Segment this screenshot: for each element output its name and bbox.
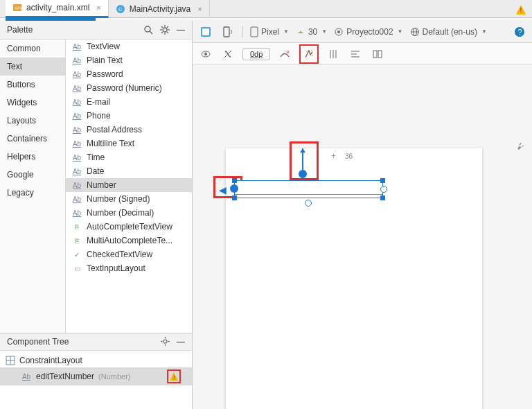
clear-constraints-icon[interactable]: × xyxy=(277,46,292,62)
svg-line-5 xyxy=(150,31,152,34)
svg-point-4 xyxy=(145,26,150,32)
palette-widget[interactable]: AbMultiline Text xyxy=(66,137,192,150)
palette-category[interactable]: Layouts xyxy=(0,112,65,130)
widget-icon: Ab xyxy=(71,168,82,175)
search-icon[interactable] xyxy=(143,25,153,35)
svg-rect-52 xyxy=(378,51,382,58)
chevron-down-icon: ▼ xyxy=(283,28,289,35)
widget-label: Number xyxy=(87,180,116,190)
android-icon xyxy=(296,27,305,37)
palette-widget[interactable]: AbPassword (Numeric) xyxy=(66,81,192,95)
tree-node-root[interactable]: ConstraintLayout xyxy=(0,354,192,367)
palette-category[interactable]: Legacy xyxy=(0,184,65,202)
svg-text:!: ! xyxy=(173,374,175,381)
infer-constraints-icon[interactable] xyxy=(301,46,317,62)
device-selector[interactable]: Pixel ▼ xyxy=(250,26,289,37)
widget-label: Password xyxy=(87,69,123,79)
palette-widget[interactable]: ▭TextInputLayout xyxy=(66,261,192,275)
pack-icon[interactable] xyxy=(370,46,385,62)
selected-edittext-widget[interactable] xyxy=(234,176,383,202)
svg-point-32 xyxy=(337,31,340,33)
palette-widget[interactable]: ⎘AutoCompleteTextView xyxy=(66,220,192,234)
svg-point-39 xyxy=(204,53,207,55)
locale-selector[interactable]: Default (en-us) ▼ xyxy=(410,27,487,37)
tab-activity-main[interactable]: </> activity_main.xml × xyxy=(6,0,109,18)
palette-widget[interactable]: AbTime xyxy=(66,150,192,164)
svg-point-43 xyxy=(311,50,312,51)
minimize-icon[interactable]: — xyxy=(177,25,185,35)
autoconnect-toggle-icon[interactable] xyxy=(220,46,236,62)
svg-point-29 xyxy=(299,31,300,33)
resize-handle[interactable] xyxy=(380,195,385,200)
tree-node-edittext[interactable]: Ab editTextNumber (Number) ! xyxy=(0,367,192,385)
widget-label: Plain Text xyxy=(87,55,123,65)
widget-label: Password (Numeric) xyxy=(87,83,162,93)
widget-icon: Ab xyxy=(71,71,82,78)
help-icon[interactable]: ? xyxy=(514,26,525,37)
close-icon[interactable]: × xyxy=(96,3,100,12)
svg-text:!: ! xyxy=(520,7,522,15)
gear-icon[interactable] xyxy=(160,25,170,35)
theme-selector[interactable]: Proyecto002 ▼ xyxy=(334,27,402,37)
palette-category[interactable]: Common xyxy=(0,40,65,58)
palette-widget[interactable]: AbNumber (Signed) xyxy=(66,192,192,206)
widget-label: Phone xyxy=(87,111,111,121)
svg-line-14 xyxy=(167,26,168,28)
default-margin-button[interactable]: 0dp xyxy=(242,48,270,60)
widget-label: TextView xyxy=(87,42,120,51)
resize-handle[interactable] xyxy=(232,178,237,183)
file-tab-bar: </> activity_main.xml × C MainActivity.j… xyxy=(0,0,532,18)
api-selector[interactable]: 30 ▼ xyxy=(296,27,327,37)
guidelines-icon[interactable] xyxy=(326,46,341,62)
orientation-icon[interactable] xyxy=(220,24,236,40)
xml-file-icon: </> xyxy=(12,3,22,12)
palette-widget[interactable]: AbPlain Text xyxy=(66,53,192,67)
widget-icon: ▭ xyxy=(71,265,82,272)
palette-widgets: AbTextViewAbPlain TextAbPasswordAbPasswo… xyxy=(66,40,192,333)
svg-line-13 xyxy=(161,32,163,33)
constraint-handle-bottom[interactable] xyxy=(305,200,312,207)
tab-label: activity_main.xml xyxy=(26,3,89,12)
align-icon[interactable] xyxy=(348,46,363,62)
palette-category[interactable]: Helpers xyxy=(0,148,65,166)
palette-category[interactable]: Google xyxy=(0,166,65,184)
api-label: 30 xyxy=(308,27,317,37)
close-icon[interactable]: × xyxy=(197,5,202,13)
palette-widget[interactable]: AbE-mail xyxy=(66,95,192,109)
tab-main-activity[interactable]: C MainActivity.java × xyxy=(109,0,210,18)
warning-icon[interactable]: ! xyxy=(167,369,181,383)
widget-label: Number (Signed) xyxy=(87,194,150,204)
wrench-icon[interactable] xyxy=(515,141,525,151)
resize-handle[interactable] xyxy=(232,195,237,200)
widget-label: Postal Address xyxy=(87,125,142,134)
palette-category[interactable]: Text xyxy=(0,58,65,76)
design-canvas[interactable]: + 36 xyxy=(193,65,532,409)
warning-icon[interactable]: ! xyxy=(515,4,526,15)
locale-label: Default (en-us) xyxy=(423,27,477,37)
palette-widget[interactable]: ✓CheckedTextView xyxy=(66,247,192,261)
widget-icon: Ab xyxy=(71,126,82,134)
palette-widget[interactable]: AbTextView xyxy=(66,40,192,53)
constraint-handle-right[interactable] xyxy=(380,186,387,193)
design-surface-icon[interactable] xyxy=(198,24,213,40)
gear-icon[interactable] xyxy=(161,337,170,347)
palette-widget[interactable]: ⎘MultiAutoCompleteTe... xyxy=(66,234,192,247)
palette-category[interactable]: Buttons xyxy=(0,76,65,94)
palette-widget[interactable]: AbNumber (Decimal) xyxy=(66,206,192,220)
constraint-handle-left[interactable] xyxy=(230,184,238,193)
palette-widget[interactable]: AbPostal Address xyxy=(66,123,192,137)
palette-category[interactable]: Widgets xyxy=(0,94,65,112)
widget-icon: Ab xyxy=(71,182,82,189)
minimize-icon[interactable]: — xyxy=(177,337,185,347)
palette-widget[interactable]: AbPhone xyxy=(66,109,192,123)
palette-category[interactable]: Containers xyxy=(0,130,65,148)
view-options-icon[interactable] xyxy=(198,46,213,62)
palette-widget[interactable]: AbNumber xyxy=(66,178,192,192)
svg-rect-26 xyxy=(202,28,209,35)
svg-text:</>: </> xyxy=(15,6,21,10)
constraint-anchor-top-icon: + xyxy=(331,151,336,161)
resize-handle[interactable] xyxy=(380,178,385,183)
palette-widget[interactable]: AbPassword xyxy=(66,67,192,81)
tree-node-id: editTextNumber xyxy=(36,372,94,381)
palette-widget[interactable]: AbDate xyxy=(66,164,192,178)
